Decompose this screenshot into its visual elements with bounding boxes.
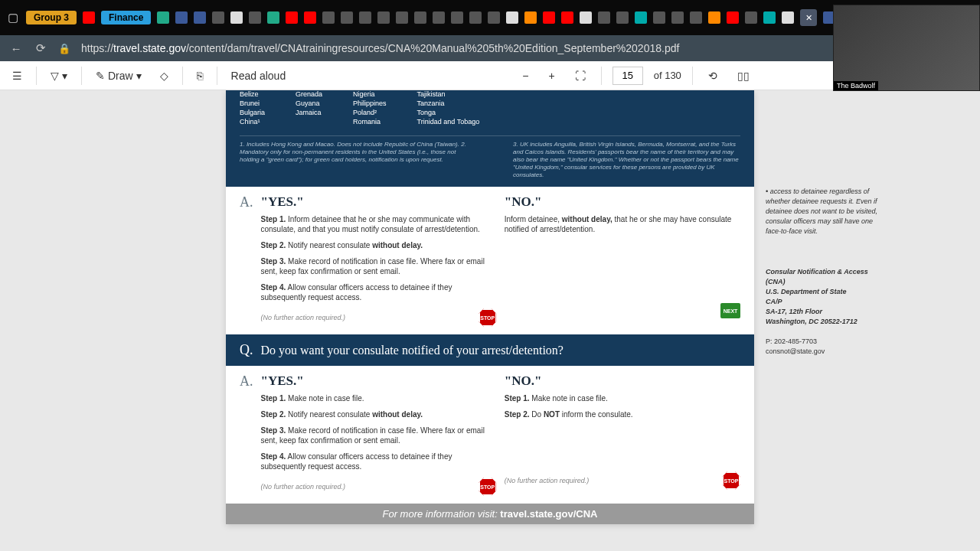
- answer-letter: A.: [240, 194, 253, 327]
- tab-favicon[interactable]: [598, 11, 610, 24]
- tab-favicon[interactable]: [653, 11, 665, 24]
- tab-favicon[interactable]: [690, 11, 702, 24]
- tab-favicon[interactable]: [671, 11, 684, 24]
- tab-favicon[interactable]: [359, 11, 371, 24]
- url-text[interactable]: https://travel.state.gov/content/dam/tra…: [81, 42, 946, 54]
- back-icon[interactable]: ←: [9, 42, 23, 55]
- active-tab[interactable]: ✕: [800, 9, 817, 26]
- tab-favicon[interactable]: [561, 11, 573, 24]
- country-list-box: BelizeBruneiBulgariaChina¹ GrenadaGuyana…: [226, 90, 754, 187]
- tab-favicon[interactable]: [83, 11, 95, 24]
- text-icon[interactable]: ⎘: [192, 67, 207, 85]
- tab-favicon[interactable]: [304, 11, 316, 24]
- sidebar-toggle-icon[interactable]: ▢: [6, 11, 20, 24]
- rotate-icon[interactable]: ⟲: [704, 67, 722, 85]
- highlight-icon[interactable]: ▽ ▾: [46, 67, 72, 85]
- tab-favicon[interactable]: [322, 11, 335, 24]
- refresh-icon[interactable]: ⟳: [34, 41, 47, 55]
- tab-favicon[interactable]: [157, 11, 169, 24]
- pdf-viewport[interactable]: BelizeBruneiBulgariaChina¹ GrenadaGuyana…: [0, 90, 980, 551]
- stop-icon: STOP: [722, 471, 740, 490]
- tab-favicon[interactable]: [249, 11, 261, 24]
- erase-icon[interactable]: ◇: [155, 67, 173, 85]
- zoom-in-icon[interactable]: +: [544, 67, 560, 85]
- tab-favicon[interactable]: [635, 11, 647, 24]
- tab-group-label[interactable]: Group 3: [26, 11, 77, 24]
- draw-button[interactable]: ✎ Draw ▾: [91, 67, 146, 85]
- sidebar-info: • access to detainee regardless of wheth…: [766, 187, 880, 357]
- answer-letter: A.: [240, 373, 253, 496]
- footnote-left: 1. Includes Hong Kong and Macao. Does no…: [240, 141, 467, 179]
- question-bar: Q. Do you want your consulate notified o…: [226, 334, 754, 366]
- question-text: Do you want your consulate notified of y…: [261, 344, 564, 357]
- yes-heading: "YES.": [261, 373, 497, 389]
- tab-favicon[interactable]: [341, 11, 353, 24]
- webcam-label: The Badwolf: [834, 81, 878, 90]
- page-total: of 130: [654, 70, 681, 81]
- tab-finance-label[interactable]: Finance: [101, 11, 151, 24]
- question-letter: Q.: [240, 342, 253, 358]
- tab-favicon[interactable]: [175, 11, 188, 24]
- stop-icon: STOP: [479, 478, 497, 496]
- tab-favicon[interactable]: [506, 11, 518, 24]
- tab-favicon[interactable]: [488, 11, 500, 24]
- tab-favicon[interactable]: [616, 11, 629, 24]
- tab-favicon[interactable]: [451, 11, 463, 24]
- tab-favicon[interactable]: [469, 11, 482, 24]
- page-number-input[interactable]: [612, 67, 643, 85]
- lock-icon[interactable]: 🔒: [58, 43, 70, 54]
- webcam-overlay: The Badwolf: [833, 5, 980, 91]
- contents-icon[interactable]: ☰: [8, 67, 27, 85]
- tab-favicon[interactable]: [414, 11, 426, 24]
- tab-favicon[interactable]: [230, 11, 243, 24]
- tab-favicon[interactable]: [727, 11, 739, 24]
- tab-favicon[interactable]: [524, 11, 537, 24]
- yes-heading: "YES.": [261, 194, 497, 210]
- tab-favicon[interactable]: [745, 11, 757, 24]
- tab-favicon[interactable]: [763, 11, 776, 24]
- footnote-right: 3. UK includes Anguilla, British Virgin …: [513, 141, 740, 179]
- page-view-icon[interactable]: ▯▯: [733, 67, 754, 85]
- tab-favicon[interactable]: [194, 11, 206, 24]
- fit-icon[interactable]: ⛶: [570, 67, 590, 85]
- tab-favicon[interactable]: [267, 11, 279, 24]
- tab-favicon[interactable]: [782, 11, 794, 24]
- stop-icon: STOP: [479, 308, 497, 327]
- tab-favicon[interactable]: [212, 11, 224, 24]
- tab-favicon[interactable]: [433, 11, 445, 24]
- read-aloud-button[interactable]: Read aloud: [227, 67, 291, 85]
- tab-favicon[interactable]: [286, 11, 298, 24]
- tab-favicon[interactable]: [377, 11, 390, 24]
- tab-favicon[interactable]: [580, 11, 592, 24]
- answer-section-2: A. "YES." Step 1. Make note in case file…: [226, 366, 754, 504]
- zoom-out-icon[interactable]: −: [518, 67, 533, 85]
- tab-favicon[interactable]: [708, 11, 720, 24]
- page-footer: For more information visit: travel.state…: [226, 504, 754, 524]
- pdf-page: BelizeBruneiBulgariaChina¹ GrenadaGuyana…: [226, 90, 754, 524]
- tab-favicon[interactable]: [396, 11, 408, 24]
- answer-section-1: • access to detainee regardless of wheth…: [226, 187, 754, 334]
- no-heading: "NO.": [505, 373, 740, 389]
- tab-favicon[interactable]: [543, 11, 555, 24]
- next-icon: NEXT: [720, 303, 740, 318]
- no-heading: "NO.": [505, 194, 740, 210]
